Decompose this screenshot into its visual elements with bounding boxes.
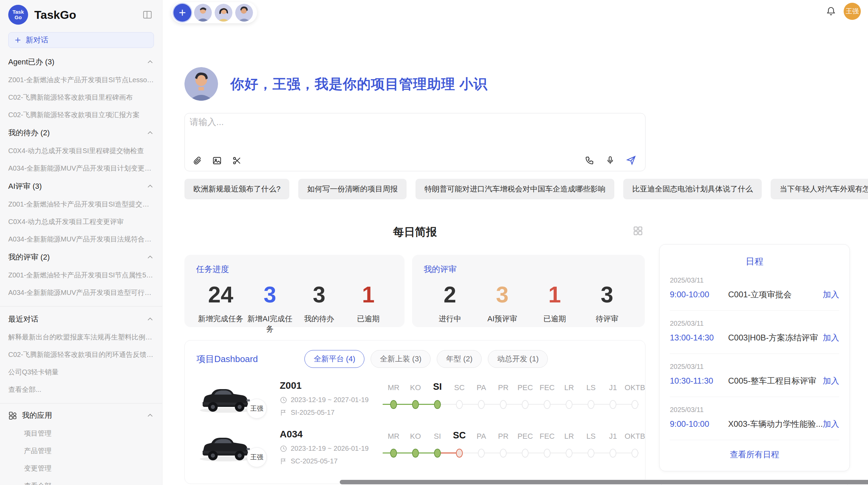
milestone-label: FEC (536, 383, 558, 392)
milestone-dot[interactable] (412, 449, 419, 458)
milestone-dot[interactable] (390, 400, 397, 409)
milestone-dot[interactable] (434, 400, 441, 409)
milestone-dot[interactable] (500, 400, 507, 409)
app-item[interactable]: 变更管理 (24, 464, 154, 473)
milestone-label: SC (448, 430, 470, 441)
milestone-dot[interactable] (500, 449, 507, 458)
stat-label: 已逾期 (529, 314, 581, 324)
milestone-dot[interactable] (522, 400, 529, 409)
filter-chip[interactable]: 全新上装 (3) (371, 350, 431, 368)
view-all-schedule-link[interactable]: 查看所有日程 (670, 440, 839, 465)
milestone-dot[interactable] (610, 449, 616, 458)
milestone-dot[interactable] (566, 449, 572, 458)
project-info: A0342023-12-19 ~ 2026-01-19SC-2025-05-17 (280, 429, 383, 465)
filter-chip[interactable]: 全新平台 (4) (304, 350, 364, 368)
new-session-button[interactable] (173, 4, 191, 22)
app-root: Task Go TaskGo 新对话 Agent已办 (3)Z001-全新燃油皮… (0, 0, 868, 485)
join-link[interactable]: 加入 (823, 332, 839, 343)
milestone-label: PR (492, 383, 514, 392)
milestone-dot[interactable] (631, 449, 638, 458)
milestone-dot[interactable] (456, 400, 463, 409)
suggestion-chip[interactable]: 当下年轻人对汽车外观有怎样的喜好趋势 (771, 179, 868, 199)
milestone-dot[interactable] (390, 449, 397, 458)
milestone-dot[interactable] (412, 400, 419, 409)
stat-cell: 3新增AI完成任务 (245, 279, 295, 334)
project-name: Z001 (280, 380, 383, 391)
milestone-dot[interactable] (456, 449, 463, 458)
join-link[interactable]: 加入 (823, 419, 839, 430)
sidebar-task-item[interactable]: A034-全新新能源MUV产品开发项目法规符合性评审 (8, 235, 154, 244)
milestone-dot[interactable] (478, 449, 485, 458)
milestone-dot[interactable] (588, 449, 594, 458)
sidebar-task-item[interactable]: Z001-全新燃油轻卡产品开发项目SI节点属性5D文件评审 (8, 271, 154, 280)
phone-call-icon[interactable] (585, 156, 594, 165)
sidebar-section-header[interactable]: Agent已办 (3) (8, 57, 154, 67)
suggestion-chip[interactable]: 如何写一份清晰的项目周报 (298, 179, 407, 199)
milestone-dot[interactable] (544, 449, 551, 458)
view-all-apps-link[interactable]: 查看全部... (24, 481, 154, 485)
chevron-up-icon[interactable] (146, 315, 154, 323)
suggestion-chip[interactable]: 比亚迪全固态电池计划具体说了什么 (623, 179, 762, 199)
sidebar-section-header[interactable]: AI评审 (3) (8, 181, 154, 191)
sidebar-task-item[interactable]: C02-飞腾新能源轻客改款项目立项汇报方案 (8, 110, 154, 120)
app-item[interactable]: 项目管理 (24, 429, 154, 438)
sidebar-task-item[interactable]: A034-全新新能源MUV产品开发项目计划变更表编写 (8, 164, 154, 173)
suggestion-chip[interactable]: 特朗普可能对进口汽车增税会对中国车企造成哪些影响 (415, 179, 614, 199)
milestone-dot[interactable] (478, 400, 485, 409)
milestone-dot[interactable] (566, 400, 572, 409)
chevron-up-icon[interactable] (146, 412, 154, 419)
sidebar-task-item[interactable]: C02-飞腾新能源轻客改款项目里程碑画布 (8, 93, 154, 102)
send-icon[interactable] (626, 155, 636, 165)
recent-conversation-item[interactable]: 公司Q3轻卡销量 (8, 368, 154, 377)
join-link[interactable]: 加入 (823, 289, 839, 300)
stat-card: 任务进度24新增完成任务3新增AI完成任务3我的待办1已逾期 (184, 255, 405, 327)
milestone-dot[interactable] (544, 400, 551, 409)
filter-chip[interactable]: 年型 (2) (437, 350, 482, 368)
suggestion-chip[interactable]: 欧洲新规最近颁布了什么? (184, 179, 289, 199)
milestone-dot[interactable] (434, 449, 441, 458)
filter-chip[interactable]: 动总开发 (1) (488, 350, 548, 368)
image-upload-icon[interactable] (212, 156, 222, 165)
schedule-date: 2025/03/11 (670, 363, 839, 371)
horizontal-scrollbar[interactable] (340, 480, 868, 484)
schedule-event-title: C001-立项审批会 (728, 289, 823, 300)
sidebar-task-item[interactable]: Z001-全新燃油轻卡产品开发项目SI造型提交物评审 (8, 200, 154, 209)
my-apps-header[interactable]: 我的应用 (8, 410, 154, 421)
chat-input[interactable] (190, 117, 466, 127)
paperclip-icon[interactable] (192, 156, 202, 165)
sidebar-task-item[interactable]: C0X4-动力总成开发项目工程变更评审 (8, 217, 154, 226)
app-item[interactable]: 产品管理 (24, 446, 154, 456)
milestone-dot[interactable] (522, 449, 529, 458)
chevron-up-icon[interactable] (146, 129, 154, 137)
session-avatar[interactable] (215, 4, 232, 22)
chevron-up-icon[interactable] (146, 183, 154, 190)
milestone-dot[interactable] (610, 400, 616, 409)
sidebar-collapse-icon[interactable] (142, 10, 153, 20)
new-chat-button[interactable]: 新对话 (8, 32, 154, 48)
sidebar-task-item[interactable]: C0X4-动力总成开发项目SI里程碑提交物检查 (8, 146, 154, 156)
schedule-row: 10:30-11:30C005-整车工程目标评审加入 (670, 375, 839, 386)
session-avatar[interactable] (235, 4, 253, 22)
truck-image (196, 477, 267, 484)
milestone-dot[interactable] (588, 400, 594, 409)
user-avatar[interactable]: 王强 (844, 3, 861, 20)
recent-conversations-header[interactable]: 最近对话 (8, 314, 154, 324)
milestone-dot[interactable] (631, 400, 638, 409)
recent-conversation-item[interactable]: C02-飞腾新能源轻客改款项目的闭环通告反馈情况 (8, 350, 154, 359)
sidebar-task-item[interactable]: A034-全新新能源MUV产品开发项目造型可行性评审 (8, 288, 154, 297)
sidebar-section-header[interactable]: 我的待办 (2) (8, 128, 154, 138)
join-link[interactable]: 加入 (823, 375, 839, 386)
microphone-icon[interactable] (605, 156, 615, 165)
sidebar-section-header[interactable]: 我的评审 (2) (8, 252, 154, 262)
chevron-up-icon[interactable] (146, 253, 154, 261)
layout-grid-icon[interactable] (632, 225, 643, 236)
scissors-icon[interactable] (232, 156, 242, 165)
sidebar-task-item[interactable]: Z001-全新燃油皮卡产品开发项目SI节点Lesson Learn报告 (8, 75, 154, 85)
chevron-up-icon[interactable] (146, 58, 154, 66)
view-all-conversations-link[interactable]: 查看全部... (8, 385, 154, 394)
recent-conversation-item[interactable]: 解释最新出台的欧盟报废车法规再生塑料比例被调至15%... (8, 333, 154, 342)
project-thumbnail: 王强 (196, 382, 267, 414)
notification-bell-icon[interactable] (826, 6, 836, 16)
milestone-label: PA (470, 383, 492, 392)
session-avatar[interactable] (194, 4, 212, 22)
